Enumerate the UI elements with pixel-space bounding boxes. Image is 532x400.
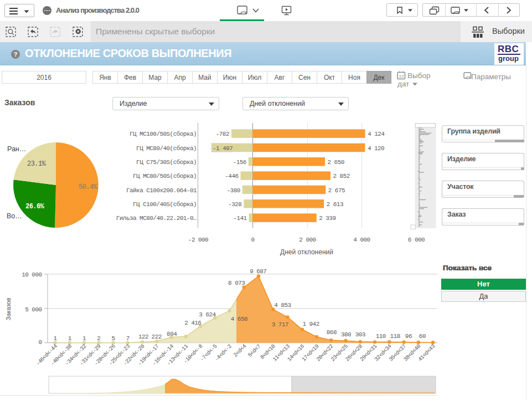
- svg-text:2 339: 2 339: [319, 215, 335, 222]
- svg-text:804: 804: [167, 331, 177, 337]
- svg-text:1: 1: [68, 335, 72, 342]
- svg-text:2<d<4: 2<d<4: [233, 343, 247, 358]
- svg-text:2 416: 2 416: [184, 320, 201, 326]
- svg-text:1: 1: [82, 335, 86, 342]
- svg-text:0: 0: [38, 339, 42, 346]
- svg-text:50.4%: 50.4%: [79, 183, 98, 191]
- svg-text:ГЦ МС80/50S(сборка): ГЦ МС80/50S(сборка): [133, 173, 197, 180]
- svg-text:5 000: 5 000: [25, 306, 42, 313]
- svg-text:380: 380: [341, 331, 351, 338]
- svg-text:118: 118: [390, 333, 400, 340]
- svg-text:2 613: 2 613: [327, 201, 343, 208]
- svg-text:60: 60: [419, 333, 426, 340]
- svg-text:ГЦ МС80/40(сборка): ГЦ МС80/40(сборка): [136, 145, 197, 152]
- svg-text:868: 868: [327, 329, 337, 336]
- svg-text:Ран…: Ран…: [7, 145, 26, 153]
- svg-text:5: 5: [111, 335, 115, 342]
- svg-text:10 000: 10 000: [22, 271, 42, 278]
- svg-text:110: 110: [376, 333, 386, 340]
- svg-text:-446: -446: [225, 173, 238, 180]
- svg-text:9 687: 9 687: [250, 268, 266, 275]
- svg-text:4 853: 4 853: [274, 302, 291, 309]
- svg-text:303: 303: [355, 331, 365, 338]
- svg-text:2: 2: [97, 335, 100, 342]
- svg-text:2 852: 2 852: [333, 173, 349, 180]
- svg-text:2 675: 2 675: [328, 187, 345, 194]
- svg-text:ГЦ С100/40S(сборка): ГЦ С100/40S(сборка): [133, 201, 197, 208]
- svg-text:Заказов: Заказов: [5, 298, 12, 320]
- svg-text:-156: -156: [233, 159, 246, 166]
- svg-text:-782: -782: [216, 131, 229, 137]
- svg-text:1 942: 1 942: [302, 321, 319, 327]
- svg-text:4 658: 4 658: [231, 316, 247, 322]
- svg-text:6 000: 6 000: [408, 237, 425, 243]
- svg-text:7: 7: [126, 335, 130, 342]
- svg-text:ГЦ МС100/50S(сборка): ГЦ МС100/50S(сборка): [130, 131, 197, 137]
- svg-text:1: 1: [53, 335, 57, 342]
- svg-text:12: 12: [399, 74, 404, 79]
- svg-text:0: 0: [251, 237, 254, 243]
- svg-text:23.1%: 23.1%: [27, 160, 47, 168]
- svg-text:2 000: 2 000: [299, 237, 316, 243]
- svg-text:-328: -328: [228, 201, 241, 208]
- svg-text:26.6%: 26.6%: [25, 203, 45, 211]
- svg-text:Гильза МС80/40.22.201-0…: Гильза МС80/40.22.201-0…: [116, 215, 197, 222]
- svg-text:-141: -141: [233, 215, 247, 222]
- svg-text:4 124: 4 124: [368, 131, 385, 137]
- svg-text:-380: -380: [227, 187, 240, 194]
- svg-text:Дней отклонений: Дней отклонений: [280, 248, 333, 256]
- svg-text:3 624: 3 624: [199, 311, 216, 318]
- svg-text:Во…: Во…: [7, 212, 22, 220]
- svg-text:3 717: 3 717: [272, 321, 288, 328]
- svg-text:222: 222: [152, 334, 162, 340]
- svg-text:-1 497: -1 497: [213, 145, 233, 152]
- svg-text:-2 000: -2 000: [188, 237, 208, 243]
- svg-text:8 073: 8 073: [228, 280, 245, 286]
- svg-text:122: 122: [138, 334, 148, 340]
- svg-text:2 650: 2 650: [328, 159, 344, 166]
- svg-text:4 120: 4 120: [368, 145, 384, 152]
- svg-text:4 000: 4 000: [353, 237, 370, 243]
- svg-text:96: 96: [405, 333, 412, 340]
- svg-text:Гайка С100х200.064-01: Гайка С100х200.064-01: [126, 187, 197, 194]
- svg-text:ГЦ С75/30S(сборка): ГЦ С75/30S(сборка): [136, 159, 197, 166]
